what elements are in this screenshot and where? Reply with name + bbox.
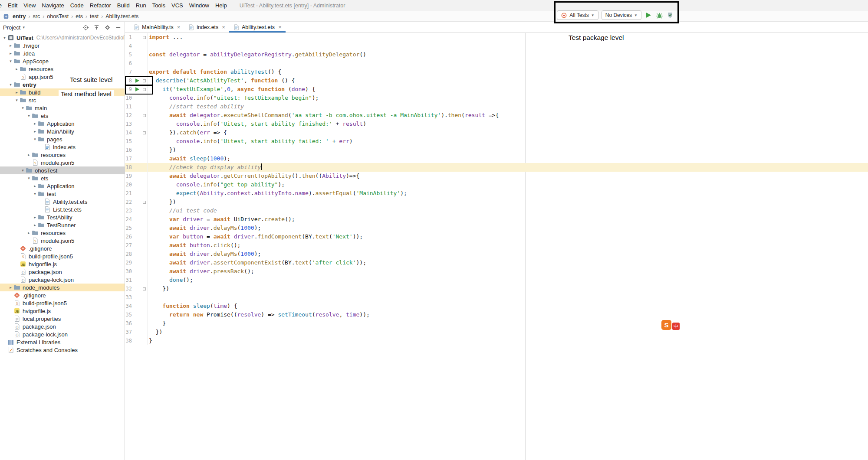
code-line-28[interactable]: 28 await driver.delayMs(1000);: [125, 250, 868, 258]
tree-item-application[interactable]: ▸Application: [0, 120, 125, 127]
chevron-collapsed-icon[interactable]: ▸: [26, 231, 32, 235]
tree-item-ets[interactable]: ▾ets: [0, 174, 125, 182]
code-line-37[interactable]: 37 }): [125, 328, 868, 336]
tree-item-build-profile-json5[interactable]: 5build-profile.json5: [0, 252, 125, 260]
line-number[interactable]: 26: [125, 232, 133, 241]
chevron-expanded-icon[interactable]: ▾: [20, 106, 26, 110]
chevron-expanded-icon[interactable]: ▾: [20, 168, 26, 173]
tree-item-package-json[interactable]: {}package.json: [0, 323, 125, 330]
code-line-32[interactable]: 32 }): [125, 284, 868, 293]
line-number[interactable]: 25: [125, 224, 133, 232]
fold-marker-icon[interactable]: [143, 36, 146, 39]
code-line-33[interactable]: 33: [125, 293, 868, 302]
tree-item-module-json5[interactable]: 5module.json5: [0, 159, 125, 166]
line-number[interactable]: 9: [125, 85, 133, 94]
code-line-21[interactable]: 21 expect(Ability.context.abilityInfo.na…: [125, 189, 868, 198]
code-line-14[interactable]: 14 }).catch(err => {: [125, 128, 868, 137]
code-line-4[interactable]: 4: [125, 42, 868, 50]
line-number[interactable]: 34: [125, 302, 133, 310]
menu-item-help[interactable]: Help: [212, 2, 230, 9]
tree-item-pages[interactable]: ▾pages: [0, 135, 125, 143]
menu-item-refactor[interactable]: Refactor: [87, 2, 114, 9]
breadcrumb-item-ets[interactable]: ets: [75, 13, 84, 20]
code-line-12[interactable]: 12 await delegator.executeShellCommand('…: [125, 111, 868, 120]
code-line-9[interactable]: 9 it('testUiExample',0, async function (…: [125, 85, 868, 94]
code-line-30[interactable]: 30 await driver.pressBack();: [125, 267, 868, 276]
code-line-23[interactable]: 23 //ui test code: [125, 206, 868, 215]
tree-item-gitignore[interactable]: .gitignore: [0, 291, 125, 299]
debug-button[interactable]: [655, 11, 663, 19]
line-number[interactable]: 21: [125, 189, 133, 198]
code-line-24[interactable]: 24 var driver = await UiDriver.create();: [125, 215, 868, 224]
line-number[interactable]: 8: [125, 76, 133, 85]
chevron-collapsed-icon[interactable]: ▸: [32, 223, 38, 227]
coverage-button[interactable]: [666, 11, 674, 19]
tree-item-appscope[interactable]: ▾AppScope: [0, 57, 125, 65]
code-line-20[interactable]: 20 console.info("get top ability");: [125, 180, 868, 189]
line-number[interactable]: 29: [125, 258, 133, 267]
code-line-34[interactable]: 34 function sleep(time) {: [125, 302, 868, 310]
run-test-icon[interactable]: [135, 78, 139, 83]
code-line-22[interactable]: 22 }): [125, 198, 868, 206]
code-line-19[interactable]: 19 await delegator.getCurrentTopAbility(…: [125, 172, 868, 180]
chevron-collapsed-icon[interactable]: ▸: [8, 285, 13, 290]
line-number[interactable]: 28: [125, 250, 133, 258]
device-selector[interactable]: No Devices ▼: [602, 10, 641, 20]
tree-item-testability[interactable]: ▸TestAbility: [0, 213, 125, 221]
line-number[interactable]: 11: [125, 102, 133, 111]
breadcrumb-item-ohostest[interactable]: ohosTest: [46, 13, 69, 20]
breadcrumb-item-entry[interactable]: entry: [12, 13, 27, 20]
fold-marker-icon[interactable]: [143, 79, 146, 82]
chevron-collapsed-icon[interactable]: ▸: [14, 67, 20, 71]
line-number[interactable]: 14: [125, 128, 133, 137]
menu-item-navigate[interactable]: Navigate: [39, 2, 67, 9]
locate-file-button[interactable]: [82, 24, 89, 31]
menu-item-file[interactable]: File: [0, 2, 5, 9]
tree-item-testrunner[interactable]: ▸TestRunner: [0, 221, 125, 229]
tree-item-ets[interactable]: ▾ets: [0, 112, 125, 120]
tree-item-external-libraries[interactable]: External Libraries: [0, 338, 125, 346]
chevron-collapsed-icon[interactable]: ▸: [32, 129, 38, 134]
line-number[interactable]: 1: [125, 33, 133, 42]
tree-item-hvigorfile-js[interactable]: JShvigorfile.js: [0, 307, 125, 315]
tree-item-local-properties[interactable]: local.properties: [0, 315, 125, 323]
chevron-collapsed-icon[interactable]: ▸: [26, 153, 32, 157]
tree-item-hvigor[interactable]: ▸.hvigor: [0, 42, 125, 49]
chevron-expanded-icon[interactable]: ▾: [26, 176, 32, 180]
breadcrumb-item-test[interactable]: test: [89, 13, 99, 20]
tree-item-index-ets[interactable]: index.ets: [0, 143, 125, 151]
line-number[interactable]: 7: [125, 68, 133, 76]
tab-mainability-ts[interactable]: MainAbility.ts×: [129, 22, 184, 33]
code-line-18[interactable]: 18 //check top display ability: [125, 163, 868, 172]
line-number[interactable]: 22: [125, 198, 133, 206]
line-number[interactable]: 15: [125, 137, 133, 146]
code-line-16[interactable]: 16 }): [125, 146, 868, 154]
tree-item-main[interactable]: ▾main: [0, 104, 125, 112]
line-number[interactable]: 18: [125, 163, 133, 172]
line-number[interactable]: 6: [125, 59, 133, 68]
line-number[interactable]: 4: [125, 42, 133, 50]
line-number[interactable]: 37: [125, 328, 133, 336]
code-line-15[interactable]: 15 console.info('Uitest, start ability f…: [125, 137, 868, 146]
fold-marker-icon[interactable]: [143, 201, 146, 204]
gear-icon[interactable]: [104, 24, 111, 31]
chevron-collapsed-icon[interactable]: ▸: [8, 43, 13, 48]
line-number[interactable]: 16: [125, 146, 133, 154]
code-line-35[interactable]: 35 return new Promise((resolve) => setTi…: [125, 310, 868, 319]
menu-item-edit[interactable]: Edit: [5, 2, 20, 9]
tree-item-ohostest[interactable]: ▾ohosTest: [0, 166, 125, 174]
menu-item-code[interactable]: Code: [67, 2, 87, 9]
chevron-expanded-icon[interactable]: ▾: [32, 192, 38, 196]
line-number[interactable]: 12: [125, 111, 133, 120]
chevron-expanded-icon[interactable]: ▾: [2, 36, 7, 40]
code-line-31[interactable]: 31 done();: [125, 276, 868, 284]
code-line-38[interactable]: 38}: [125, 336, 868, 345]
chevron-collapsed-icon[interactable]: ▸: [32, 184, 38, 188]
hide-panel-button[interactable]: [115, 24, 122, 31]
tree-item-hvigorfile-js[interactable]: JShvigorfile.js: [0, 260, 125, 268]
tree-item-package-json[interactable]: {}package.json: [0, 268, 125, 276]
menu-item-build[interactable]: Build: [114, 2, 133, 9]
tab-ability-test-ets[interactable]: Ability.test.ets×: [229, 22, 286, 33]
code-line-29[interactable]: 29 await driver.assertComponentExist(BY.…: [125, 258, 868, 267]
collapse-all-button[interactable]: [93, 24, 100, 31]
